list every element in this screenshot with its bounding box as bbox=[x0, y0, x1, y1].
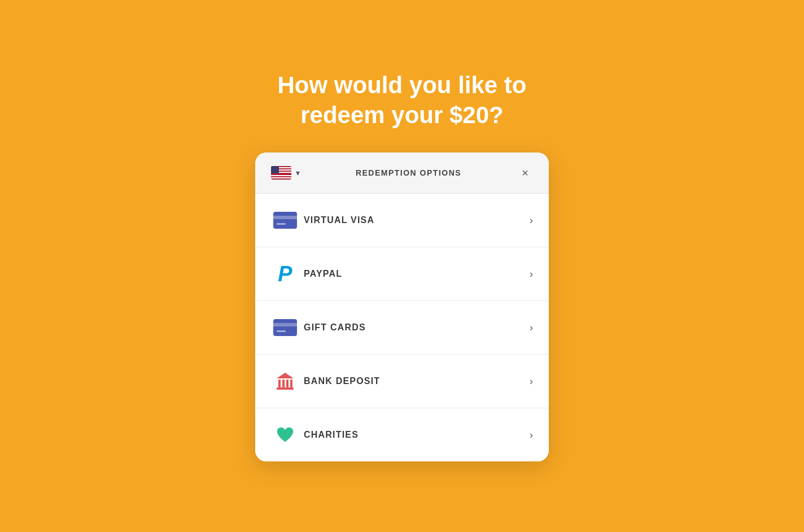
virtual-visa-option[interactable]: VIRTUAL VISA › bbox=[255, 194, 549, 247]
paypal-chevron-icon: › bbox=[530, 268, 533, 280]
svg-rect-3 bbox=[286, 380, 289, 387]
charities-chevron-icon: › bbox=[530, 429, 533, 441]
gift-cards-option[interactable]: GIFT CARDS › bbox=[255, 301, 549, 355]
modal-header: ▾ REDEMPTION OPTIONS × bbox=[255, 152, 549, 194]
modal-header-title: REDEMPTION OPTIONS bbox=[300, 168, 517, 177]
charities-option[interactable]: CHARITIES › bbox=[255, 408, 549, 461]
virtual-visa-chevron-icon: › bbox=[530, 215, 533, 226]
bank-deposit-label: BANK DEPOSIT bbox=[304, 376, 530, 386]
svg-rect-0 bbox=[277, 387, 294, 390]
svg-rect-1 bbox=[278, 380, 281, 387]
paypal-icon: P bbox=[271, 260, 299, 288]
us-flag-icon bbox=[271, 166, 291, 180]
charities-label: CHARITIES bbox=[304, 430, 530, 440]
virtual-visa-label: VIRTUAL VISA bbox=[304, 215, 530, 225]
svg-rect-4 bbox=[290, 380, 292, 387]
bank-deposit-option[interactable]: BANK DEPOSIT › bbox=[255, 355, 549, 408]
country-chevron-icon[interactable]: ▾ bbox=[296, 168, 300, 177]
options-list: VIRTUAL VISA › P PAYPAL › GIFT CARDS › bbox=[255, 194, 549, 461]
gift-cards-label: GIFT CARDS bbox=[304, 322, 530, 333]
bank-deposit-chevron-icon: › bbox=[530, 376, 533, 387]
svg-rect-2 bbox=[282, 380, 285, 387]
heart-icon bbox=[271, 421, 299, 449]
bank-icon bbox=[271, 367, 299, 395]
svg-marker-5 bbox=[277, 373, 294, 378]
page-title: How would you like to redeem your $20? bbox=[278, 71, 527, 130]
paypal-option[interactable]: P PAYPAL › bbox=[255, 247, 549, 301]
paypal-label: PAYPAL bbox=[304, 269, 530, 279]
gift-card-icon bbox=[271, 313, 299, 342]
redemption-modal: ▾ REDEMPTION OPTIONS × VIRTUAL VISA › P … bbox=[255, 152, 549, 461]
close-button[interactable]: × bbox=[517, 165, 533, 181]
credit-card-icon bbox=[271, 206, 299, 234]
gift-cards-chevron-icon: › bbox=[530, 322, 533, 334]
